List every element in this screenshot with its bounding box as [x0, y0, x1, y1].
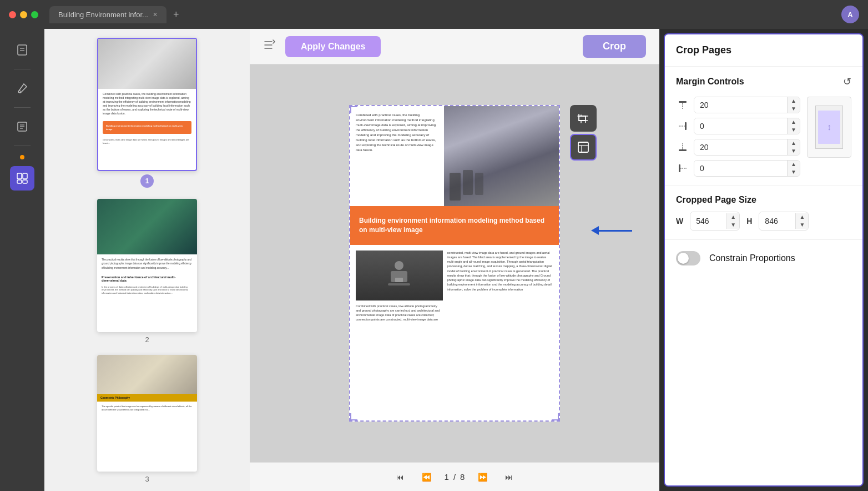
- margin-top-input-wrap: ▲ ▼: [694, 97, 800, 113]
- crop-button[interactable]: Crop: [583, 35, 646, 58]
- margin-top-down-btn[interactable]: ▼: [788, 105, 800, 113]
- margin-left-stepper: ▲ ▼: [787, 161, 800, 176]
- width-up-btn[interactable]: ▲: [727, 213, 739, 221]
- svg-rect-25: [679, 164, 680, 172]
- constrain-proportions-toggle[interactable]: [676, 251, 700, 265]
- svg-rect-14: [388, 283, 410, 285]
- thumb1-banner-text: Building environment information modelin…: [106, 124, 188, 131]
- height-input[interactable]: [759, 212, 795, 230]
- thumb1-building-image: [98, 39, 196, 89]
- margin-right-input[interactable]: [694, 118, 787, 134]
- svg-rect-0: [18, 45, 27, 55]
- preview-person-image: [356, 250, 443, 300]
- width-input[interactable]: [690, 212, 726, 230]
- margin-bottom-icon: [676, 141, 689, 154]
- page-thumb-2[interactable]: The practical results show that through …: [97, 199, 197, 332]
- apply-changes-button[interactable]: Apply Changes: [285, 36, 381, 57]
- tool-edit[interactable]: [10, 114, 34, 139]
- svg-rect-8: [17, 173, 22, 179]
- thumb1-text: Combined with practical cases, the build…: [98, 89, 196, 119]
- close-traffic-light[interactable]: [9, 11, 16, 18]
- page-1-badge: 1: [140, 174, 154, 188]
- margin-left-row: ▲ ▼: [676, 160, 800, 177]
- tool-bookmarks[interactable]: [10, 38, 34, 62]
- pages-panel: Combined with practical cases, the build…: [44, 29, 250, 491]
- first-page-btn[interactable]: ⏮: [392, 470, 408, 484]
- pagination: ⏮ ⏪ 1 / 8 ⏩ ⏭: [250, 462, 659, 491]
- minimize-traffic-light[interactable]: [20, 11, 27, 18]
- preview-bottom-right: constructed, multi-view image data are f…: [447, 250, 553, 322]
- height-stepper: ▲ ▼: [795, 213, 808, 229]
- margin-left-down-btn[interactable]: ▼: [788, 168, 800, 176]
- margin-controls-title: Margin Controls: [676, 77, 744, 87]
- preview-top-section: Combined with practical cases, the build…: [350, 106, 559, 206]
- page-3-label: 3: [145, 475, 149, 483]
- height-down-btn[interactable]: ▼: [796, 221, 808, 229]
- user-avatar: A: [841, 6, 859, 23]
- margin-bottom-input-wrap: ▲ ▼: [694, 139, 800, 156]
- margin-right-stepper: ▲ ▼: [787, 118, 800, 134]
- tool-pages[interactable]: [10, 166, 34, 191]
- thumb2-title-text: Preservation and inheritance of architec…: [102, 275, 193, 282]
- last-page-btn[interactable]: ⏭: [501, 470, 517, 484]
- prev-page-btn[interactable]: ⏪: [417, 470, 436, 484]
- arrow-line: [599, 230, 632, 232]
- crop-pages-title: Crop Pages: [676, 44, 731, 56]
- constrain-proportions-label: Constrain Proportions: [709, 253, 795, 263]
- thumb1-orange-banner: Building environment information modelin…: [103, 121, 191, 134]
- margin-reset-btn[interactable]: ↺: [843, 76, 851, 88]
- page-thumb-1[interactable]: Combined with practical cases, the build…: [97, 38, 197, 171]
- right-panel: Crop Pages Margin Controls ↺: [664, 33, 864, 487]
- margin-bottom-input[interactable]: [694, 139, 787, 155]
- preview-bottom-left: Combined with practical cases, low-altit…: [356, 250, 443, 322]
- page-preview: ⤡ Combined with practical cases, the bui…: [349, 105, 560, 422]
- total-pages: 8: [460, 472, 465, 482]
- margin-controls-section: Margin Controls ↺: [665, 67, 862, 186]
- width-input-wrap: ▲ ▼: [690, 212, 740, 231]
- tool-sidebar: [0, 29, 44, 491]
- height-up-btn[interactable]: ▲: [796, 213, 808, 221]
- margin-bottom-up-btn[interactable]: ▲: [788, 139, 800, 147]
- corner-br: [552, 413, 559, 421]
- thumb1-image: [98, 39, 196, 89]
- svg-rect-21: [685, 122, 687, 130]
- arrow-indicator: [591, 226, 632, 235]
- thumb3-image: [97, 355, 197, 394]
- margin-right-row: ▲ ▼: [676, 118, 800, 134]
- thumb3-title-text: Geometric Philosophy: [100, 396, 194, 399]
- preview-text-col: Combined with practical cases, the build…: [350, 106, 444, 206]
- margin-bottom-row: ▲ ▼: [676, 139, 800, 156]
- margin-top-icon: [676, 98, 689, 112]
- svg-rect-23: [679, 149, 687, 151]
- svg-rect-15: [395, 278, 403, 282]
- page-thumb-container-1: Combined with practical cases, the build…: [97, 38, 197, 188]
- new-tab-btn[interactable]: +: [169, 7, 184, 23]
- cropped-size-title: Cropped Page Size: [676, 195, 851, 205]
- crop-tool-btn[interactable]: [570, 105, 597, 132]
- tool-brush[interactable]: [10, 76, 34, 101]
- active-tab[interactable]: Building Environment infor... ✕: [49, 6, 166, 23]
- width-down-btn[interactable]: ▼: [727, 221, 739, 229]
- margin-top-input[interactable]: [694, 97, 787, 113]
- next-page-btn[interactable]: ⏩: [473, 470, 492, 484]
- preview-image-col: [444, 106, 559, 206]
- thumb2-building-image: [97, 199, 197, 254]
- margin-left-input[interactable]: [694, 161, 787, 176]
- fullscreen-traffic-light[interactable]: [31, 11, 38, 18]
- margin-controls-layout: ▲ ▼: [676, 97, 851, 177]
- margin-right-down-btn[interactable]: ▼: [788, 126, 800, 134]
- tab-close-btn[interactable]: ✕: [153, 11, 158, 18]
- margin-right-up-btn[interactable]: ▲: [788, 118, 800, 126]
- svg-rect-16: [578, 142, 588, 152]
- svg-rect-10: [17, 180, 22, 183]
- thumb2-body-text: In the process of data collection and pr…: [97, 285, 197, 295]
- tool-dot-indicator: [20, 155, 24, 159]
- adjust-tool-btn[interactable]: [570, 134, 597, 161]
- margin-top-up-btn[interactable]: ▲: [788, 97, 800, 105]
- page-thumb-3[interactable]: Geometric Philosophy The specific point …: [97, 355, 197, 472]
- preview-bottom-left-text: Combined with practical cases, low-altit…: [356, 304, 440, 322]
- page-separator: /: [453, 472, 456, 482]
- margin-bottom-down-btn[interactable]: ▼: [788, 147, 800, 155]
- margin-left-up-btn[interactable]: ▲: [788, 161, 800, 168]
- page-thumb-container-3: Geometric Philosophy The specific point …: [97, 355, 197, 483]
